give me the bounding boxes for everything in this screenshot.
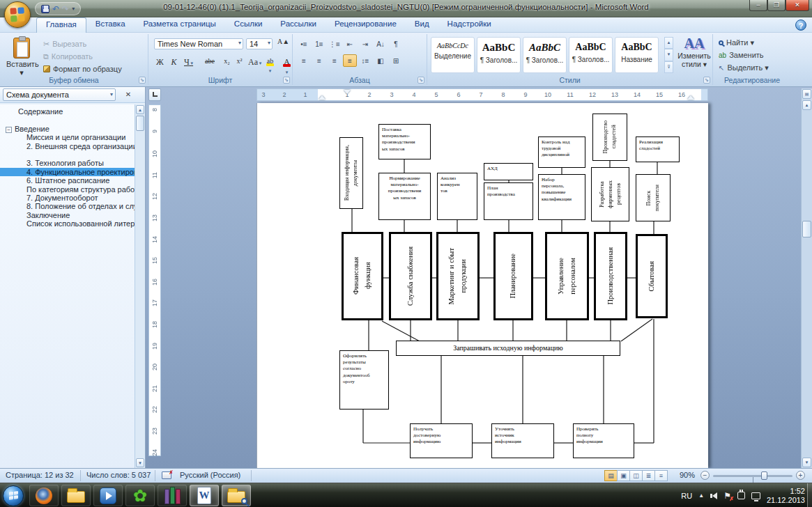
competitor-analysis-box[interactable]: Анализ конкурен тов [437, 173, 477, 220]
ribbon-tab[interactable]: Ссылки [225, 17, 272, 33]
grow-font-button[interactable]: А▲ [275, 37, 291, 50]
sales-box[interactable]: Сбытовая [636, 234, 668, 318]
horizontal-ruler[interactable]: 32112345678910111213141516 [256, 88, 708, 101]
ribbon-tab[interactable]: Вид [406, 17, 438, 33]
tab-selector-button[interactable] [148, 88, 161, 101]
supply-box[interactable]: Поставка материально- производствени ых … [378, 124, 431, 159]
paste-button[interactable]: Вставить ▾ [6, 37, 38, 76]
style-chip[interactable]: AaBbC¶ Заголов... [523, 37, 567, 73]
style-chip[interactable]: AaBbC¶ Заголов... [569, 37, 613, 73]
zoom-out-icon[interactable]: − [700, 471, 710, 480]
borders-icon[interactable]: ⊞ [389, 54, 403, 67]
document-map-item[interactable]: 3. Технология работы [0, 159, 135, 167]
marketing-box[interactable]: Маркетинг и сбыт продукции [436, 232, 480, 320]
zoom-level[interactable]: 90% [680, 471, 695, 479]
font-size-combo[interactable]: 14 [246, 38, 273, 49]
outline-view-icon[interactable]: ≣ [642, 470, 655, 481]
ribbon-tab[interactable]: Рассылки [271, 17, 325, 33]
media-player-icon-taskbar-button[interactable] [93, 485, 123, 506]
style-chip[interactable]: AaBbC¶ Заголов... [477, 37, 521, 73]
document-map-item[interactable]: По категориям структура работни [0, 185, 135, 194]
select-button[interactable]: ↖Выделить ▾ [719, 63, 769, 72]
scroll-down-icon[interactable]: ▼ [136, 458, 144, 467]
align-left-icon[interactable]: ≡ [297, 54, 311, 67]
customer-search-box[interactable]: Поиск покупателя [636, 174, 671, 221]
get-reliable-info-box[interactable]: Получать достоверную информацию [410, 423, 473, 458]
clipboard-dialog-launcher[interactable]: ⇘ [139, 77, 146, 84]
action-center-icon[interactable]: ⚑ [723, 491, 731, 501]
ribbon-tab[interactable]: Главная [36, 17, 86, 33]
document-map-title-dropdown[interactable]: Схема документа [3, 88, 116, 101]
document-map-item[interactable]: −Введение [0, 125, 135, 133]
scroll-up-icon[interactable]: ▲ [802, 100, 811, 110]
bullets-icon[interactable]: •≡ [297, 38, 311, 50]
help-icon[interactable]: ? [795, 20, 806, 31]
cut-button[interactable]: ✂Вырезать [43, 40, 86, 49]
production-box[interactable]: Производственная [594, 232, 627, 320]
shading-icon[interactable]: ◧ [374, 54, 388, 67]
maximize-button[interactable]: ❐ [767, 0, 786, 11]
scroll-thumb[interactable] [802, 221, 811, 237]
zoom-slider-thumb[interactable] [761, 471, 767, 480]
word-icon-taskbar-button[interactable]: W [190, 485, 219, 506]
vertical-ruler[interactable]: 89101112131415161718192021222324 [148, 104, 161, 456]
first-line-indent-marker[interactable] [344, 90, 351, 94]
styles-scroll-icon[interactable]: ⊽ [664, 61, 673, 73]
ahd-box[interactable]: АХД [484, 163, 533, 180]
recruiting-box[interactable]: Набор персонала, повышение квалификации [538, 174, 585, 220]
paragraph-dialog-launcher[interactable]: ⇘ [418, 77, 424, 84]
ribbon-tab[interactable]: Рецензирование [325, 17, 406, 33]
incoming-info-box[interactable]: Входящая информация, документы [339, 137, 363, 209]
decrease-indent-icon[interactable]: ⇤ [343, 38, 357, 50]
font-color-button[interactable]: А [281, 56, 293, 70]
proofing-status-icon[interactable] [162, 471, 171, 479]
redo-icon[interactable]: ↷ [62, 3, 69, 15]
find-button[interactable]: Найти ▾ [719, 38, 754, 47]
document-flow-box[interactable]: Оформлять результаты согласно документоо… [339, 350, 389, 410]
subscript-button[interactable]: x₂ [221, 56, 233, 70]
line-spacing-icon[interactable]: ↕≡ [358, 54, 372, 67]
production-plan-box[interactable]: План производства [484, 182, 533, 220]
tray-expand-icon[interactable]: ▲ [698, 492, 704, 499]
sweets-production-box[interactable]: Производство сладостей [592, 114, 627, 161]
draft-view-icon[interactable]: ≡ [654, 470, 668, 481]
styles-scroll-icon[interactable]: ▲ [664, 37, 673, 49]
highlight-button[interactable]: ab [264, 56, 276, 70]
volume-icon[interactable] [710, 492, 717, 499]
ribbon-tab[interactable]: Вставка [86, 17, 135, 33]
superscript-button[interactable]: x² [233, 56, 245, 70]
document-map-item[interactable]: Список использованной литератур [0, 219, 135, 228]
hanging-indent-marker[interactable] [319, 95, 325, 100]
document-map-item[interactable]: 2. Внешняя среда организации: ко [0, 142, 135, 150]
format-painter-button[interactable]: Формат по образцу [43, 65, 122, 73]
document-map-item[interactable]: Содержание [0, 107, 135, 116]
ribbon-tab[interactable]: Надстройки [438, 17, 500, 33]
sort-icon[interactable]: А↓ [374, 38, 388, 50]
right-indent-marker[interactable] [687, 95, 694, 100]
collapse-icon[interactable]: − [6, 127, 12, 133]
qat-dropdown-icon[interactable]: ▾ [72, 3, 75, 15]
close-button[interactable]: ✕ [786, 0, 809, 11]
page-indicator[interactable]: Страница: 12 из 32 [6, 471, 74, 479]
language-tray-indicator[interactable]: RU [681, 492, 692, 500]
numbering-icon[interactable]: 1≡ [312, 38, 326, 50]
icq-icon-taskbar-button[interactable]: ✿ [125, 485, 155, 506]
scroll-thumb[interactable] [136, 116, 144, 131]
scroll-down-icon[interactable]: ▼ [802, 458, 811, 467]
zoom-in-icon[interactable]: + [796, 471, 805, 480]
print-layout-view-icon[interactable]: ▤ [604, 470, 618, 481]
show-desktop-button[interactable] [807, 483, 812, 507]
clock[interactable]: 1:52 21.12.2013 [767, 487, 805, 505]
office-button[interactable] [4, 1, 31, 28]
request-info-bar[interactable]: Запрашивать исходную информацию [396, 341, 620, 356]
firefox-icon-taskbar-button[interactable] [29, 485, 59, 506]
document-map-item[interactable]: 6. Штатное расписание [0, 176, 135, 185]
explorer-icon-taskbar-button[interactable] [61, 485, 91, 506]
strikethrough-button[interactable]: abe [203, 56, 217, 70]
multilevel-list-icon[interactable]: ⋮≡ [328, 38, 342, 50]
align-right-icon[interactable]: ≡ [328, 54, 342, 67]
increase-indent-icon[interactable]: ⇥ [358, 38, 372, 50]
document-map-item[interactable]: Заключение [0, 211, 135, 219]
start-orb[interactable] [1, 484, 25, 507]
scroll-up-icon[interactable]: ▲ [136, 105, 144, 114]
